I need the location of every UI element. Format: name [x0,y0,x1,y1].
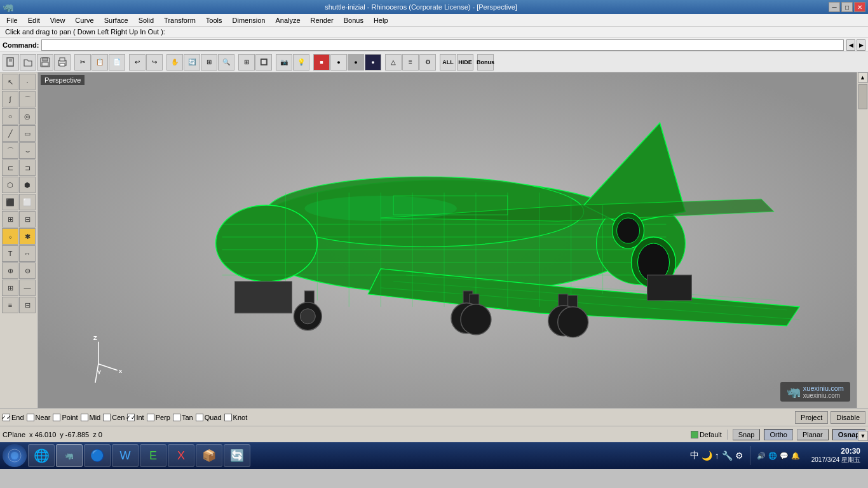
sb-mesh2[interactable]: ⊟ [19,211,36,227]
snap-point[interactable]: Point [53,414,78,421]
menu-bonus[interactable]: Bonus [339,15,369,25]
sb-transform1[interactable]: ⬦ [2,228,18,245]
snap-perp-checkbox[interactable] [147,414,154,421]
snap-quad[interactable]: Quad [196,414,222,421]
tb-cut[interactable]: ✂ [74,54,91,71]
tb-open[interactable] [20,54,36,71]
minimize-button[interactable]: ─ [829,2,840,12]
menu-transform[interactable]: Transform [159,15,201,25]
sb-rect[interactable]: ▭ [19,125,36,142]
taskbar-app5[interactable]: X [168,444,194,467]
taskbar-word[interactable]: W [112,444,139,467]
scroll-up-arrow[interactable]: ▲ [858,72,868,83]
start-button[interactable] [3,444,27,467]
maximize-button[interactable]: □ [841,2,853,12]
disable-button[interactable]: Disable [831,411,865,424]
snap-near-checkbox[interactable] [27,414,34,421]
tb-hide[interactable]: 💡 [293,54,309,71]
snap-cen[interactable]: Cen [103,414,125,421]
menu-view[interactable]: View [45,15,71,25]
sb-surface2[interactable]: ⬢ [19,177,36,193]
tb-obj-props[interactable]: ⚙ [419,54,436,71]
menu-edit[interactable]: Edit [23,15,45,25]
menu-curve[interactable]: Curve [70,15,98,25]
taskbar-browser[interactable]: 🔵 [84,444,111,467]
tb-zoom-ex[interactable]: ⊞ [201,54,217,71]
scroll-left-button[interactable]: ◀ [846,39,855,51]
taskbar-ie[interactable]: 🌐 [28,444,55,467]
sb-arc2[interactable]: ⌣ [19,142,36,159]
tb-grid[interactable]: ⊞ [238,54,255,71]
menu-solid[interactable]: Solid [133,15,159,25]
tb-snap[interactable]: 🔲 [255,54,272,71]
tb-layers[interactable]: ≡ [402,54,419,71]
sb-fillet2[interactable]: ⊐ [19,159,36,176]
tb-zoom-sel[interactable]: 🔍 [218,54,234,71]
snap-int-checkbox[interactable]: ✓ [127,414,135,421]
sb-curve1[interactable]: ∫ [2,91,18,107]
menu-surface[interactable]: Surface [99,15,133,25]
tb-render[interactable]: 📷 [276,54,292,71]
command-input[interactable] [41,39,844,51]
scroll-right-button[interactable]: ▶ [857,39,865,51]
tb-triangle[interactable]: △ [385,54,402,71]
snap-quad-checkbox[interactable] [196,414,203,421]
sb-edit1[interactable]: ⊕ [2,262,18,279]
sb-surface1[interactable]: ⬡ [2,177,18,193]
tb-hide-btn[interactable]: HIDE [457,54,473,71]
planar-toggle-button[interactable]: Planar [797,429,829,440]
taskbar-excel[interactable]: E [140,444,166,467]
viewport[interactable]: Perspective [38,72,857,408]
snap-end[interactable]: ✓ End [3,414,24,421]
snap-toggle-button[interactable]: Snap [733,429,761,440]
tb-print[interactable] [54,54,71,71]
sb-curve2[interactable]: ⌒ [19,91,36,107]
sb-dim2[interactable]: ↔ [19,245,36,262]
tb-undo[interactable]: ↩ [129,54,146,71]
snap-knot-checkbox[interactable] [224,414,232,421]
snap-mid-checkbox[interactable] [81,414,88,421]
menu-file[interactable]: File [1,15,23,25]
snap-near[interactable]: Near [27,414,51,421]
tb-copy[interactable]: 📋 [92,54,108,71]
sb-extra1[interactable]: ≡ [2,297,18,313]
tb-bonus[interactable]: Bonus [477,54,494,71]
tb-color1[interactable]: ■ [313,54,330,71]
right-scrollbar[interactable]: ▲ ▼ [857,72,868,408]
snap-int[interactable]: ✓ Int [127,414,144,421]
sb-line1[interactable]: ╱ [2,125,18,142]
snap-point-checkbox[interactable] [53,414,60,421]
sb-edit2[interactable]: ⊖ [19,262,36,279]
menu-help[interactable]: Help [369,15,393,25]
ortho-toggle-button[interactable]: Ortho [764,429,793,440]
project-button[interactable]: Project [795,411,828,424]
taskbar-app7[interactable]: 🔄 [224,444,250,467]
tb-color2[interactable]: ● [330,54,347,71]
sb-circle1[interactable]: ○ [2,108,18,125]
taskbar-rhino[interactable]: 🦏 [56,444,83,467]
sb-dim1[interactable]: T [2,245,18,262]
tb-color3[interactable]: ● [348,54,364,71]
sb-analyze2[interactable]: — [19,280,36,296]
tb-redo[interactable]: ↪ [146,54,163,71]
sb-point[interactable]: · [19,74,36,90]
tb-new[interactable] [3,54,19,71]
sb-select[interactable]: ↖ [2,74,18,90]
sb-arc1[interactable]: ⌒ [2,142,18,159]
taskbar-app6[interactable]: 📦 [196,444,222,467]
sb-transform2[interactable]: ✱ [19,228,36,245]
sb-fillet[interactable]: ⊏ [2,159,18,176]
tb-color4[interactable]: ● [365,54,381,71]
sb-solid1[interactable]: ⬛ [2,194,18,210]
sb-solid2[interactable]: ⬜ [19,194,36,210]
menu-analyze[interactable]: Analyze [270,15,305,25]
snap-tan[interactable]: Tan [173,414,193,421]
snap-cen-checkbox[interactable] [103,414,111,421]
menu-render[interactable]: Render [306,15,339,25]
menu-dimension[interactable]: Dimension [227,15,271,25]
menu-tools[interactable]: Tools [201,15,227,25]
tb-all[interactable]: ALL [440,54,456,71]
snap-mid[interactable]: Mid [81,414,101,421]
snap-tan-checkbox[interactable] [173,414,180,421]
scroll-thumb[interactable] [858,84,867,109]
